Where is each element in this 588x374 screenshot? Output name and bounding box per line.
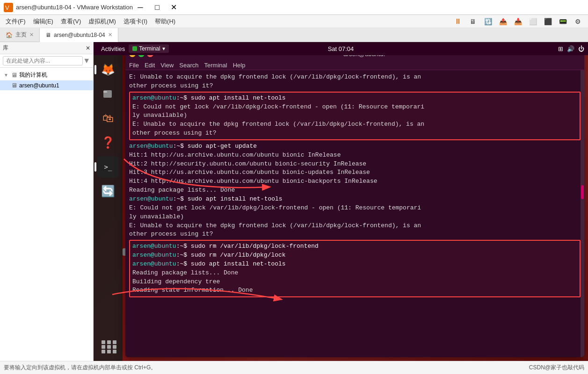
tree-my-computer[interactable]: ▼ 🖥 我的计算机 bbox=[0, 70, 93, 80]
term-menu-view[interactable]: View bbox=[160, 62, 174, 69]
status-message: 要将输入定向到该虚拟机，请在虚拟机内部单击或按 Ctrl+G。 bbox=[4, 364, 156, 372]
dock-firefox[interactable]: 🦊 Firefox bbox=[97, 59, 119, 80]
dock-help[interactable]: ❓ Help bbox=[97, 132, 119, 153]
toolbar-btn-4[interactable]: 📥 bbox=[511, 16, 524, 27]
tab-bar: 🏠 主页 ✕ 🖥 arsen@ubuntu18-04 ✕ bbox=[0, 28, 588, 42]
term-line-8: Hit:2 http://security.ubuntu.com/ubuntu … bbox=[129, 160, 581, 169]
tab-vm-icon: 🖥 bbox=[45, 32, 51, 38]
term-line-7: Hit:1 http://us.archive.ubuntu.com/ubunt… bbox=[129, 151, 581, 160]
tab-vm[interactable]: 🖥 arsen@ubuntu18-04 ✕ bbox=[40, 28, 118, 42]
app-icon: V bbox=[4, 3, 13, 12]
term-line-1: E: Unable to acquire the dpkg frontend l… bbox=[129, 73, 581, 82]
main-layout: 库 ✕ ▼ ▼ 🖥 我的计算机 🖥 arsen@ubuntu1 Activiti… bbox=[0, 42, 588, 361]
terminal-topbar-label[interactable]: Terminal ▾ bbox=[129, 44, 168, 53]
terminal-menu: File Edit View Search Terminal Help bbox=[125, 61, 584, 70]
term-menu-file[interactable]: File bbox=[129, 62, 139, 69]
sidebar-search-input[interactable] bbox=[3, 56, 83, 65]
sidebar-title: 库 bbox=[3, 44, 8, 52]
app-grid-button[interactable] bbox=[100, 338, 116, 357]
tree-vm-item[interactable]: 🖥 arsen@ubuntu1 bbox=[0, 80, 93, 90]
toolbar-btn-3[interactable]: 📤 bbox=[496, 16, 509, 27]
volume-icon[interactable]: 🔊 bbox=[567, 45, 574, 52]
term-prompt-5: arsen@ubuntu:~$ sudo rm /var/lib/dpkg/lo… bbox=[132, 251, 577, 260]
term-menu-search[interactable]: Search bbox=[179, 62, 198, 69]
sidebar-close[interactable]: ✕ bbox=[86, 45, 90, 51]
toolbar-btn-5[interactable]: ⬜ bbox=[526, 16, 539, 27]
term-menu-terminal[interactable]: Terminal bbox=[204, 62, 227, 69]
term-prompt-4: arsen@ubuntu:~$ sudo rm /var/lib/dpkg/lo… bbox=[132, 242, 577, 251]
dock-files[interactable]: Files bbox=[97, 83, 119, 105]
term-line-10: Hit:4 http://us.archive.ubuntu.com/ubunt… bbox=[129, 177, 581, 186]
highlight-box-1: arsen@ubuntu:~$ sudo apt install net-too… bbox=[129, 92, 581, 140]
status-brand: CSDN@家子也敲代码 bbox=[529, 364, 584, 372]
activities-button[interactable]: Activities bbox=[97, 45, 129, 52]
tab-vm-close[interactable]: ✕ bbox=[108, 32, 112, 38]
toolbar-btn-8[interactable]: ⚙ bbox=[571, 16, 584, 27]
menu-file[interactable]: 文件(F) bbox=[2, 16, 29, 27]
terminal-scrollbar-thumb[interactable] bbox=[581, 185, 584, 199]
menu-vm[interactable]: 虚拟机(M) bbox=[85, 16, 120, 27]
status-right: CSDN@家子也敲代码 bbox=[529, 364, 584, 372]
expand-icon: ▼ bbox=[4, 72, 9, 78]
term-line-17: Building dependency tree bbox=[132, 278, 577, 287]
term-menu-help[interactable]: Help bbox=[233, 62, 246, 69]
toolbar-btn-1[interactable]: 🖥 bbox=[466, 16, 479, 27]
tab-home-close[interactable]: ✕ bbox=[29, 32, 34, 38]
menu-help[interactable]: 帮助(H) bbox=[151, 16, 179, 27]
terminal-content[interactable]: E: Unable to acquire the dpkg frontend l… bbox=[125, 70, 584, 357]
term-line-18: Reading state information... Done bbox=[132, 286, 577, 295]
search-dropdown-icon[interactable]: ▼ bbox=[83, 57, 90, 65]
network-icon[interactable]: ⊞ bbox=[558, 45, 563, 52]
power-icon[interactable]: ⏻ bbox=[578, 45, 584, 52]
tab-home-label: 主页 bbox=[15, 31, 27, 39]
app-title: arsen@ubuntu18-04 - VMware Workstation bbox=[16, 4, 133, 11]
term-line-11: Reading package lists... Done bbox=[129, 186, 581, 195]
vm-icon: 🖥 bbox=[11, 82, 17, 89]
term-prompt-2: arsen@ubuntu:~$ sudo apt-get update bbox=[129, 142, 581, 151]
term-menu-edit[interactable]: Edit bbox=[145, 62, 155, 69]
terminal-scrollbar[interactable] bbox=[581, 70, 584, 357]
term-line-5: E: Unable to acquire the dpkg frontend l… bbox=[132, 120, 577, 129]
tree-vm-label: arsen@ubuntu1 bbox=[19, 82, 59, 89]
close-button[interactable]: ✕ bbox=[167, 1, 181, 14]
terminal-dropdown-icon: ▾ bbox=[162, 45, 165, 52]
sidebar: 库 ✕ ▼ ▼ 🖥 我的计算机 🖥 arsen@ubuntu1 bbox=[0, 42, 94, 361]
dock-software[interactable]: 🛍 Ubuntu Software bbox=[97, 108, 119, 129]
toolbar-btn-2[interactable]: 🔃 bbox=[481, 16, 494, 27]
toolbar-btn-7[interactable]: 📟 bbox=[556, 16, 569, 27]
system-clock: Sat 07:04 bbox=[328, 45, 354, 52]
term-line-12: E: Could not get lock /var/lib/dpkg/lock… bbox=[129, 204, 581, 213]
highlight-box-2: arsen@ubuntu:~$ sudo rm /var/lib/dpkg/lo… bbox=[129, 240, 581, 297]
ubuntu-topbar: Activities Terminal ▾ Sat 07:04 ⊞ 🔊 ⏻ bbox=[94, 42, 588, 55]
sidebar-tree: ▼ 🖥 我的计算机 🖥 arsen@ubuntu1 bbox=[0, 68, 93, 361]
tab-vm-label: arsen@ubuntu18-04 bbox=[54, 32, 105, 38]
term-line-2: other process using it? bbox=[129, 82, 581, 91]
term-line-4: ly unavailable) bbox=[132, 111, 577, 120]
svg-rect-3 bbox=[103, 91, 107, 93]
dock-updater[interactable]: 🔄 Software Updater bbox=[97, 180, 119, 202]
ubuntu-desktop[interactable]: Activities Terminal ▾ Sat 07:04 ⊞ 🔊 ⏻ 🦊 … bbox=[94, 42, 588, 361]
term-prompt-3: arsen@ubuntu:~$ sudo apt install net-too… bbox=[129, 195, 581, 204]
term-line-9: Hit:3 http://us.archive.ubuntu.com/ubunt… bbox=[129, 168, 581, 177]
toolbar: ⏸ 🖥 🔃 📤 📥 ⬜ ⬛ 📟 ⚙ bbox=[450, 16, 586, 27]
maximize-button[interactable]: □ bbox=[150, 1, 165, 14]
minimize-button[interactable]: ─ bbox=[133, 1, 148, 14]
terminal-window[interactable]: arsen@ubuntu: ~ File Edit View Search Te… bbox=[125, 47, 584, 357]
term-prompt-1: arsen@ubuntu:~$ sudo apt install net-too… bbox=[132, 94, 577, 103]
menu-edit[interactable]: 编辑(E) bbox=[29, 16, 57, 27]
tree-my-computer-label: 我的计算机 bbox=[19, 71, 47, 79]
vm-area[interactable]: Activities Terminal ▾ Sat 07:04 ⊞ 🔊 ⏻ 🦊 … bbox=[94, 42, 588, 361]
tab-home[interactable]: 🏠 主页 ✕ bbox=[0, 28, 40, 42]
menu-tabs[interactable]: 选项卡(I) bbox=[120, 16, 151, 27]
tab-home-icon: 🏠 bbox=[6, 32, 13, 38]
toolbar-btn-6[interactable]: ⬛ bbox=[541, 16, 554, 27]
term-line-13: ly unavailable) bbox=[129, 213, 581, 222]
dock-terminal[interactable]: >_ Terminal bbox=[97, 156, 119, 178]
term-line-6: other process using it? bbox=[132, 129, 577, 138]
ubuntu-dock: 🦊 Firefox Files 🛍 Ubuntu Software ❓ bbox=[94, 55, 123, 361]
terminal-dot bbox=[132, 46, 137, 51]
pause-button[interactable]: ⏸ bbox=[451, 16, 465, 27]
menu-view[interactable]: 查看(V) bbox=[57, 16, 85, 27]
term-line-15: other process using it? bbox=[129, 230, 581, 239]
computer-icon: 🖥 bbox=[11, 72, 17, 79]
